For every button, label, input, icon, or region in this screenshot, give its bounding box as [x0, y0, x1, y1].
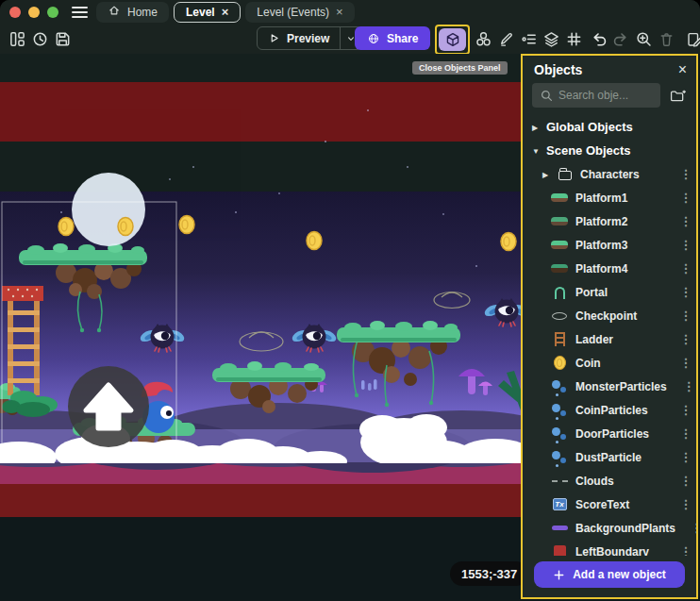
monster-sprite: [483, 298, 521, 326]
particles-icon: [551, 450, 568, 465]
kebab-menu-icon[interactable]: [675, 238, 696, 252]
expand-icon[interactable]: [532, 123, 540, 132]
save-icon[interactable]: [51, 27, 74, 50]
kebab-menu-icon[interactable]: [675, 497, 696, 511]
window-controls: [9, 7, 58, 18]
collapse-icon[interactable]: [532, 146, 540, 156]
tab-level-events[interactable]: Level (Events): [245, 2, 354, 23]
kebab-menu-icon[interactable]: [675, 544, 696, 556]
object-row[interactable]: Coin: [523, 351, 696, 375]
ladder-icon: [551, 332, 568, 347]
close-tab-icon[interactable]: [222, 6, 229, 18]
object-folder-row[interactable]: Characters: [523, 162, 696, 186]
cube-icon: [444, 31, 461, 48]
close-window-button[interactable]: [9, 7, 21, 18]
portal-icon: [551, 285, 568, 300]
object-row[interactable]: Platform3: [523, 233, 696, 257]
folder-icon: [557, 167, 574, 182]
monster-sprite: [139, 324, 187, 352]
coordinate-badge: 1553;-337: [450, 561, 521, 586]
object-row[interactable]: Checkpoint: [523, 304, 696, 327]
expand-icon[interactable]: [542, 170, 550, 179]
rename-icon[interactable]: [683, 27, 700, 50]
zoom-in-icon[interactable]: [632, 27, 655, 50]
kebab-menu-icon[interactable]: [675, 309, 696, 323]
close-tab-icon[interactable]: [336, 6, 343, 18]
tab-label: Home: [127, 6, 158, 19]
kebab-menu-icon[interactable]: [675, 403, 696, 417]
kebab-menu-icon[interactable]: [675, 426, 696, 441]
redo-icon[interactable]: [609, 27, 632, 50]
particles-icon: [551, 379, 568, 394]
project-manager-icon[interactable]: [6, 27, 28, 50]
object-row[interactable]: Clouds: [523, 469, 696, 492]
kebab-menu-icon[interactable]: [691, 521, 696, 535]
kebab-menu-icon[interactable]: [675, 191, 696, 205]
up-arrow-control: [68, 366, 149, 447]
tooltip: Close Objects Panel: [412, 61, 508, 75]
platform-icon: [551, 238, 568, 253]
kebab-menu-icon[interactable]: [675, 356, 696, 370]
edit-pencil-icon[interactable]: [494, 27, 517, 50]
grid-icon[interactable]: [562, 27, 585, 50]
light-circle-object: [72, 173, 145, 246]
kebab-menu-icon[interactable]: [675, 474, 696, 488]
clouds-icon: [551, 474, 568, 489]
tab-bar: Home Level Level (Events): [96, 2, 355, 23]
search-icon: [540, 89, 554, 103]
tab-home[interactable]: Home: [96, 2, 169, 23]
boundary-icon: [551, 544, 568, 557]
preview-button[interactable]: Preview: [258, 32, 340, 45]
object-row[interactable]: Platform2: [523, 209, 696, 233]
object-row[interactable]: DoorParticles: [523, 422, 696, 445]
particles-icon: [551, 403, 568, 418]
delete-icon[interactable]: [655, 27, 677, 50]
close-panel-icon[interactable]: [678, 62, 687, 77]
object-row[interactable]: DustParticle: [523, 445, 696, 469]
kebab-menu-icon[interactable]: [675, 261, 696, 275]
add-folder-icon[interactable]: [666, 84, 689, 107]
object-row[interactable]: BackgroundPlants: [523, 516, 696, 540]
add-button-label: Add a new object: [573, 568, 666, 581]
objects-panel-toggle-button[interactable]: [439, 28, 466, 51]
kebab-menu-icon[interactable]: [682, 379, 696, 393]
object-row[interactable]: CoinParticles: [523, 398, 696, 422]
instances-list-icon[interactable]: [517, 27, 540, 50]
history-icon[interactable]: [28, 27, 51, 50]
globe-icon: [367, 32, 380, 45]
coin-sprites: [58, 216, 516, 251]
object-row[interactable]: Portal: [523, 280, 696, 304]
object-row[interactable]: Ladder: [523, 327, 696, 351]
group-global-objects[interactable]: Global Objects: [523, 115, 696, 139]
minimize-window-button[interactable]: [28, 7, 40, 18]
add-new-object-button[interactable]: Add a new object: [534, 561, 685, 588]
kebab-menu-icon[interactable]: [675, 332, 696, 346]
preview-split-button: Preview: [257, 26, 362, 50]
object-row[interactable]: MonsterParticles: [523, 375, 696, 398]
menu-icon[interactable]: [72, 7, 88, 18]
coin-icon: [551, 356, 568, 371]
group-scene-objects[interactable]: Scene Objects: [523, 139, 696, 162]
main-area: 1553;-337 Close Objects Panel Objects: [0, 54, 700, 601]
undo-icon[interactable]: [587, 27, 609, 50]
text-object-icon: [551, 497, 568, 512]
object-row[interactable]: Platform4: [523, 257, 696, 280]
home-icon: [108, 4, 121, 20]
panel-title: Objects: [534, 62, 582, 77]
object-row[interactable]: ScoreText: [523, 492, 696, 516]
kebab-menu-icon[interactable]: [675, 214, 696, 228]
kebab-menu-icon[interactable]: [675, 450, 696, 464]
object-row[interactable]: LeftBoundary: [523, 540, 696, 556]
object-groups-icon[interactable]: [472, 27, 494, 50]
app-window: Home Level Level (Events): [0, 0, 700, 601]
play-icon: [268, 32, 280, 44]
layers-icon[interactable]: [540, 27, 562, 50]
tab-level[interactable]: Level: [174, 2, 241, 23]
particles-icon: [551, 426, 568, 442]
maximize-window-button[interactable]: [47, 7, 58, 18]
kebab-menu-icon[interactable]: [675, 285, 696, 299]
object-row[interactable]: Platform1: [523, 186, 696, 209]
share-button[interactable]: Share: [355, 26, 430, 50]
scene-canvas[interactable]: 1553;-337: [0, 54, 521, 601]
kebab-menu-icon[interactable]: [675, 167, 696, 181]
